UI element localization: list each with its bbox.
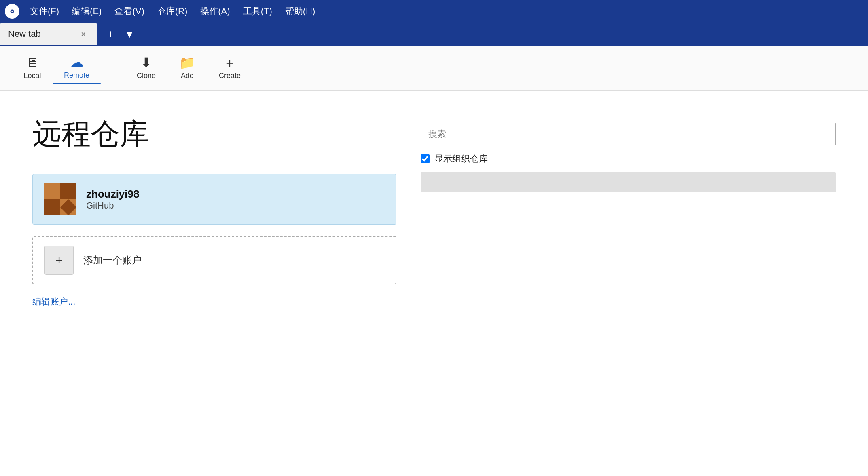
- clone-button[interactable]: ⬇ Clone: [125, 52, 167, 84]
- new-tab[interactable]: New tab ×: [0, 23, 97, 45]
- tab-close-button[interactable]: ×: [78, 28, 89, 40]
- add-account-icon: +: [44, 246, 74, 275]
- tab-label: New tab: [8, 29, 41, 39]
- new-tab-button[interactable]: +: [102, 25, 120, 43]
- remote-button[interactable]: ☁ Remote: [53, 52, 101, 84]
- svg-point-2: [11, 11, 13, 12]
- menu-view[interactable]: 查看(V): [109, 3, 150, 20]
- create-button[interactable]: ＋ Create: [207, 52, 252, 84]
- page-title: 远程仓库: [32, 115, 396, 154]
- show-org-label: 显示组织仓库: [434, 153, 488, 165]
- local-label: Local: [23, 72, 41, 80]
- right-panel: 显示组织仓库: [421, 115, 836, 454]
- search-input[interactable]: [421, 123, 836, 145]
- avatar-cell-4: [60, 199, 76, 215]
- app-logo: [5, 4, 19, 19]
- clone-icon: ⬇: [141, 56, 152, 69]
- add-button[interactable]: 📁 Add: [167, 52, 207, 84]
- cloud-icon: ☁: [70, 56, 83, 69]
- repo-list-placeholder: [421, 172, 836, 192]
- add-account-card[interactable]: + 添加一个账户: [32, 236, 396, 284]
- create-label: Create: [219, 72, 241, 80]
- edit-accounts-link[interactable]: 编辑账户...: [32, 297, 75, 307]
- add-label: Add: [181, 72, 194, 80]
- show-org-checkbox[interactable]: [421, 154, 430, 163]
- account-info: zhouziyi98 GitHub: [86, 188, 385, 211]
- remote-label: Remote: [64, 71, 89, 80]
- menu-tools[interactable]: 工具(T): [237, 3, 278, 20]
- create-icon: ＋: [223, 56, 236, 69]
- main-content: 远程仓库 zhouziyi98 GitHub + 添加一个账户 编辑账户...: [0, 91, 868, 476]
- add-folder-icon: 📁: [179, 56, 195, 69]
- local-button[interactable]: 🖥 Local: [12, 52, 53, 84]
- toolbar-nav-section: 🖥 Local ☁ Remote: [12, 52, 113, 84]
- avatar-cell-2: [60, 183, 76, 199]
- account-card[interactable]: zhouziyi98 GitHub: [32, 174, 396, 225]
- toolbar-action-section: ⬇ Clone 📁 Add ＋ Create: [125, 52, 252, 84]
- show-org-row: 显示组织仓库: [421, 153, 836, 165]
- tabbar: New tab × + ▾: [0, 23, 868, 46]
- add-account-label: 添加一个账户: [83, 254, 142, 267]
- account-provider: GitHub: [86, 200, 385, 211]
- tab-actions: + ▾: [97, 23, 143, 45]
- toolbar: 🖥 Local ☁ Remote ⬇ Clone 📁 Add ＋ Create: [0, 46, 868, 91]
- menu-edit[interactable]: 编辑(E): [66, 3, 107, 20]
- avatar-cell-1: [44, 183, 60, 199]
- menu-help[interactable]: 帮助(H): [279, 3, 321, 20]
- tab-dropdown-button[interactable]: ▾: [121, 25, 138, 43]
- avatar: [44, 183, 76, 215]
- monitor-icon: 🖥: [26, 56, 39, 69]
- avatar-cell-3: [44, 199, 60, 215]
- account-name: zhouziyi98: [86, 188, 385, 200]
- menu-file[interactable]: 文件(F): [24, 3, 65, 20]
- menu-actions[interactable]: 操作(A): [195, 3, 235, 20]
- left-panel: 远程仓库 zhouziyi98 GitHub + 添加一个账户 编辑账户...: [32, 115, 396, 454]
- titlebar: 文件(F) 编辑(E) 查看(V) 仓库(R) 操作(A) 工具(T) 帮助(H…: [0, 0, 868, 23]
- menu-repo[interactable]: 仓库(R): [152, 3, 193, 20]
- clone-label: Clone: [137, 72, 156, 80]
